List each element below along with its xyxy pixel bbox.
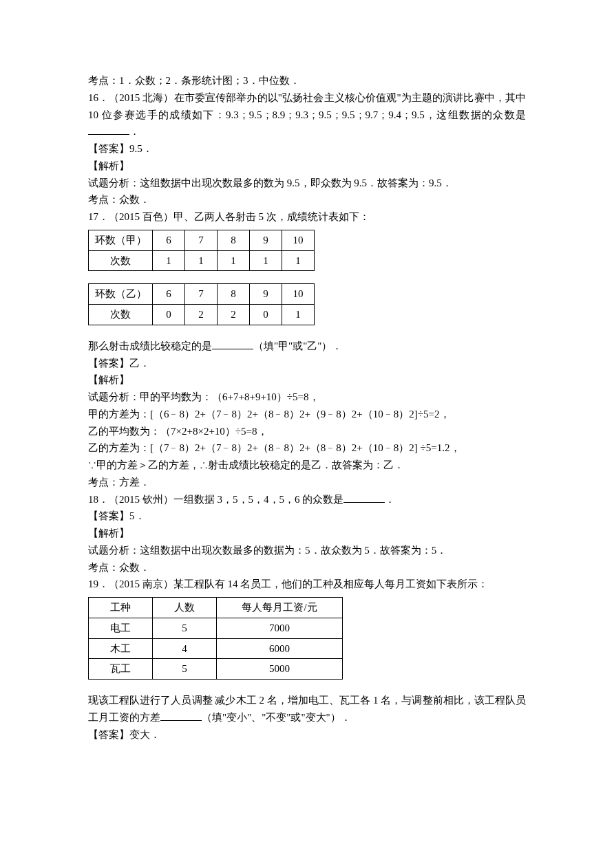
table-row: 电工 5 7000 [89, 618, 343, 638]
q17-analysis1: 试题分析：甲的平均数为：（6+7+8+9+10）÷5=8， [88, 389, 526, 406]
q16-period: ． [129, 126, 140, 137]
cell: 1 [185, 250, 218, 271]
q16-jiexi: 【解析】 [88, 158, 526, 175]
cell: 8 [218, 230, 250, 250]
q19-answer: 【答案】变大． [88, 726, 526, 744]
cell: 5 [153, 659, 217, 680]
q17-analysis5: ∵甲的方差＞乙的方差，∴射击成绩比较稳定的是乙．故答案为：乙． [88, 457, 526, 474]
q17-post-a: 那么射击成绩比较稳定的是 [88, 340, 212, 351]
cell: 5000 [217, 659, 343, 680]
q18-text-b: ． [385, 494, 395, 505]
kaodian-top: 考点：1．众数；2．条形统计图；3．中位数． [88, 72, 526, 89]
cell: 次数 [89, 250, 153, 271]
cell: 电工 [89, 618, 153, 638]
q18-text-a: 18．（2015 钦州）一组数据 3，5，5，4，5，6 的众数是 [88, 494, 343, 505]
cell: 次数 [89, 305, 153, 325]
cell: 5 [153, 618, 217, 638]
q16-analysis: 试题分析：这组数据中出现次数最多的数为 9.5，即众数为 9.5．故答案为：9.… [88, 175, 526, 192]
cell: 1 [282, 250, 315, 271]
q18-analysis: 试题分析：这组数据中出现次数最多的数据为：5．故众数为 5．故答案为：5． [88, 542, 526, 559]
table-row: 次数 0 2 2 0 1 [89, 305, 315, 325]
cell: 8 [218, 284, 250, 305]
cell: 人数 [153, 598, 217, 618]
q17-kaodian: 考点：方差． [88, 474, 526, 491]
cell: 4 [153, 638, 217, 659]
cell: 10 [282, 284, 315, 305]
cell: 10 [282, 230, 315, 250]
cell: 环数（乙） [89, 284, 153, 305]
table-row: 环数（甲） 6 7 8 9 10 [89, 230, 315, 250]
cell: 瓦工 [89, 659, 153, 680]
q17-answer: 【答案】乙． [88, 355, 526, 372]
q17-postline: 那么射击成绩比较稳定的是（填"甲"或"乙"）． [88, 338, 526, 355]
q16-body: 16．（2015 北海）在市委宣传部举办的以"弘扬社会主义核心价值观"为主题的演… [88, 92, 526, 120]
cell: 1 [218, 250, 250, 271]
cell: 环数（甲） [89, 230, 153, 250]
cell: 6 [153, 230, 185, 250]
q17-text: 17．（2015 百色）甲、乙两人各射击 5 次，成绩统计表如下： [88, 208, 526, 226]
cell: 每人每月工资/元 [217, 598, 343, 618]
table-row: 瓦工 5 5000 [89, 659, 343, 680]
cell: 6 [153, 284, 185, 305]
q17-analysis4: 乙的方差为：[（7﹣8）2+（7﹣8）2+（8﹣8）2+（8﹣8）2+（10﹣8… [88, 440, 526, 457]
cell: 6000 [217, 638, 343, 659]
q18-kaodian: 考点：众数． [88, 559, 526, 576]
q17-analysis2: 甲的方差为：[（6﹣8）2+（7﹣8）2+（8﹣8）2+（9﹣8）2+（10﹣8… [88, 406, 526, 423]
q16-answer: 【答案】9.5． [88, 140, 526, 158]
q16-kaodian: 考点：众数． [88, 191, 526, 208]
cell: 2 [185, 305, 218, 325]
q18-line: 18．（2015 钦州）一组数据 3，5，5，4，5，6 的众数是． [88, 491, 526, 508]
table-row: 环数（乙） 6 7 8 9 10 [89, 284, 315, 305]
q16-blank [88, 124, 129, 135]
q19-table: 工种 人数 每人每月工资/元 电工 5 7000 木工 4 6000 瓦工 5 … [88, 597, 343, 680]
table-row: 工种 人数 每人每月工资/元 [89, 598, 343, 618]
cell: 工种 [89, 598, 153, 618]
cell: 2 [218, 305, 250, 325]
cell: 0 [250, 305, 282, 325]
cell: 7 [185, 230, 218, 250]
cell: 1 [250, 250, 282, 271]
q19-text: 19．（2015 南京）某工程队有 14 名员工，他们的工种及相应每人每月工资如… [88, 576, 526, 593]
q19-post-b: （填"变小"、"不变"或"变大"）． [202, 712, 351, 723]
q18-answer: 【答案】5． [88, 508, 526, 525]
cell: 0 [153, 305, 185, 325]
cell: 1 [282, 305, 315, 325]
cell: 1 [153, 250, 185, 271]
q17-analysis3: 乙的平均数为：（7×2+8×2+10）÷5=8， [88, 423, 526, 440]
table-row: 次数 1 1 1 1 1 [89, 250, 315, 271]
cell: 9 [250, 284, 282, 305]
q19-blank [160, 710, 202, 721]
q17-table-yi: 环数（乙） 6 7 8 9 10 次数 0 2 2 0 1 [88, 283, 315, 325]
q16-text: 16．（2015 北海）在市委宣传部举办的以"弘扬社会主义核心价值观"为主题的演… [88, 89, 526, 140]
cell: 7000 [217, 618, 343, 638]
cell: 9 [250, 230, 282, 250]
table-row: 木工 4 6000 [89, 638, 343, 659]
q17-jiexi: 【解析】 [88, 371, 526, 389]
q18-blank [343, 492, 385, 503]
q19-postline: 现该工程队进行了人员调整 减少木工 2 名，增加电工、瓦工各 1 名，与调整前相… [88, 692, 526, 726]
cell: 7 [185, 284, 218, 305]
q17-table-jia: 环数（甲） 6 7 8 9 10 次数 1 1 1 1 1 [88, 230, 315, 272]
q18-jiexi: 【解析】 [88, 525, 526, 542]
q17-post-b: （填"甲"或"乙"）． [253, 340, 343, 351]
cell: 木工 [89, 638, 153, 659]
q17-blank [212, 338, 253, 349]
